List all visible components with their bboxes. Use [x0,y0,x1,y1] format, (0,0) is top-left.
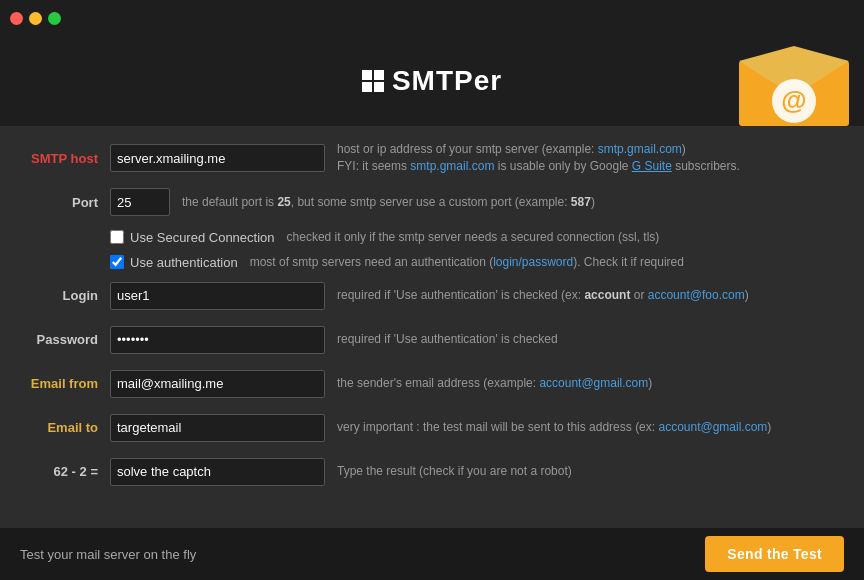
email-from-input[interactable] [110,370,325,398]
close-button[interactable] [10,12,23,25]
captcha-label: 62 - 2 = [20,464,110,479]
secured-connection-row: Use Secured Connection checked it only i… [110,229,844,246]
footer: Test your mail server on the fly Send th… [0,528,864,580]
email-from-label: Email from [20,376,110,391]
smtp-host-input[interactable] [110,144,325,172]
auth-hint: most of smtp servers need an authenticat… [250,254,684,271]
footer-tagline: Test your mail server on the fly [20,547,196,562]
port-label: Port [20,195,110,210]
secured-connection-label: Use Secured Connection [130,230,275,245]
password-label: Password [20,332,110,347]
smtp-host-hint: host or ip address of your smtp server (… [337,141,740,175]
password-row: Password required if 'Use authentication… [20,323,844,357]
login-hint: required if 'Use authentication' is chec… [337,287,749,304]
email-to-row: Email to very important : the test mail … [20,411,844,445]
smtp-host-row: SMTP host host or ip address of your smt… [20,141,844,175]
login-input[interactable] [110,282,325,310]
auth-row: Use authentication most of smtp servers … [110,254,844,271]
send-test-button[interactable]: Send the Test [705,536,844,572]
main-form: SMTP host host or ip address of your smt… [0,126,864,509]
minimize-button[interactable] [29,12,42,25]
auth-label: Use authentication [130,255,238,270]
envelope-icon: @ [734,41,854,134]
traffic-lights [10,12,61,25]
email-from-hint: the sender's email address (example: acc… [337,375,652,392]
svg-text:@: @ [781,85,806,115]
app-header: SMTPer @ [0,36,864,126]
login-label: Login [20,288,110,303]
smtp-host-label: SMTP host [20,151,110,166]
password-hint: required if 'Use authentication' is chec… [337,331,558,348]
maximize-button[interactable] [48,12,61,25]
captcha-hint: Type the result (check if you are not a … [337,463,572,480]
secured-connection-checkbox[interactable] [110,230,124,244]
email-to-label: Email to [20,420,110,435]
port-row: Port the default port is 25, but some sm… [20,185,844,219]
email-from-row: Email from the sender's email address (e… [20,367,844,401]
port-input[interactable] [110,188,170,216]
titlebar [0,0,864,36]
captcha-input[interactable] [110,458,325,486]
auth-checkbox[interactable] [110,255,124,269]
secured-connection-hint: checked it only if the smtp server needs… [287,229,660,246]
login-row: Login required if 'Use authentication' i… [20,279,844,313]
logo-grid-icon [362,70,384,92]
app-title: SMTPer [392,65,502,97]
port-hint: the default port is 25, but some smtp se… [182,194,595,211]
email-to-input[interactable] [110,414,325,442]
password-input[interactable] [110,326,325,354]
captcha-row: 62 - 2 = Type the result (check if you a… [20,455,844,489]
logo: SMTPer [362,65,502,97]
email-to-hint: very important : the test mail will be s… [337,419,771,436]
